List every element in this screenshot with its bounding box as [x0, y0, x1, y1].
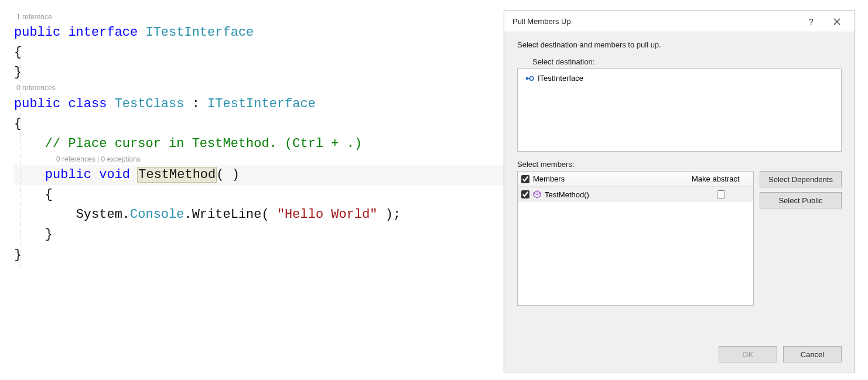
code-line: {: [14, 43, 504, 63]
codelens-method[interactable]: 0 references | 0 exceptions: [56, 154, 504, 165]
svg-point-1: [529, 76, 533, 80]
code-line: public class TestClass : ITestInterface: [14, 94, 504, 114]
members-table-row[interactable]: TestMethod(): [518, 187, 753, 202]
abstract-column-header: Make abstract: [692, 174, 740, 183]
destination-list[interactable]: ITestInterface: [517, 69, 842, 152]
close-button[interactable]: [824, 13, 850, 30]
code-line: System.Console.WriteLine( "Hello World" …: [14, 205, 504, 225]
members-side-buttons: Select Dependents Select Public: [760, 171, 842, 306]
dialog-titlebar: Pull Members Up ?: [504, 11, 855, 32]
pull-members-up-dialog: Pull Members Up ? Select destination and…: [504, 11, 855, 372]
destination-item[interactable]: ITestInterface: [522, 73, 836, 84]
help-button[interactable]: ?: [798, 13, 824, 30]
code-editor[interactable]: 1 reference public interface ITestInterf…: [0, 0, 504, 380]
code-line: {: [14, 114, 504, 134]
code-line-highlight: public void TestMethod( ): [14, 165, 504, 185]
code-line: }: [14, 63, 504, 83]
code-line: }: [14, 225, 504, 245]
close-icon: [833, 18, 840, 25]
app-root: 1 reference public interface ITestInterf…: [0, 0, 868, 380]
member-row-label: TestMethod(): [545, 190, 589, 199]
members-label: Select members:: [517, 160, 842, 169]
cancel-button[interactable]: Cancel: [783, 346, 842, 362]
ok-button[interactable]: OK: [719, 346, 777, 362]
destination-item-label: ITestInterface: [538, 74, 583, 83]
codelens-class[interactable]: 0 references: [16, 83, 504, 94]
interface-icon: [525, 75, 534, 82]
question-icon: ?: [809, 17, 814, 26]
select-all-members-checkbox[interactable]: [521, 175, 529, 183]
destination-label: Select destination:: [532, 57, 842, 66]
members-table: Members Make abstract: [517, 171, 754, 306]
members-area: Members Make abstract: [517, 171, 842, 306]
select-public-button[interactable]: Select Public: [760, 192, 842, 208]
select-dependents-button[interactable]: Select Dependents: [760, 171, 842, 187]
caret-token[interactable]: TestMethod: [138, 167, 216, 182]
dialog-instruction: Select destination and members to pull u…: [517, 40, 842, 49]
members-table-header: Members Make abstract: [518, 172, 753, 187]
dialog-body: Select destination and members to pull u…: [504, 32, 855, 372]
dialog-footer: OK Cancel: [517, 338, 842, 372]
svg-marker-4: [534, 191, 541, 195]
code-line: public interface ITestInterface: [14, 23, 504, 43]
make-abstract-checkbox[interactable]: [717, 190, 725, 198]
code-line: }: [14, 245, 504, 265]
code-line: {: [14, 185, 504, 205]
svg-point-0: [526, 77, 528, 79]
dialog-title: Pull Members Up: [512, 17, 798, 26]
members-column-header: Members: [533, 174, 565, 183]
indent-guide: [20, 56, 20, 267]
method-icon: [533, 190, 541, 198]
member-row-checkbox[interactable]: [521, 190, 529, 198]
codelens-interface[interactable]: 1 reference: [16, 12, 504, 23]
code-line: // Place cursor in TestMethod. (Ctrl + .…: [14, 134, 504, 154]
